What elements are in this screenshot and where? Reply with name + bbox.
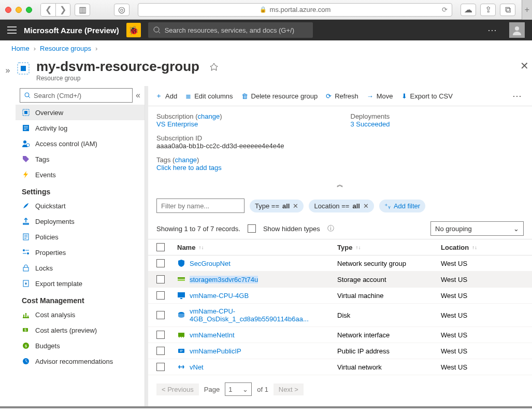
sidebar-item-cost-analysis[interactable]: Cost analysis <box>16 307 145 322</box>
row-checkbox[interactable] <box>156 275 165 283</box>
sidebar-item-label: Activity log <box>35 124 67 132</box>
resource-location: West US <box>441 260 524 267</box>
sidebar-item-locks[interactable]: Locks <box>16 260 145 276</box>
avatar[interactable] <box>509 22 525 38</box>
hidden-types-label: Show hidden types <box>263 225 320 233</box>
breadcrumb-home[interactable]: Home <box>11 45 30 52</box>
toolbar-more-icon[interactable]: ⋯ <box>509 90 525 102</box>
row-checkbox[interactable] <box>156 291 165 300</box>
move-button[interactable]: →Move <box>367 92 393 100</box>
sidebar-item-overview[interactable]: Overview <box>16 105 145 120</box>
filter-type-pill[interactable]: Type == all ✕ <box>250 200 304 212</box>
sidebar-item-policies[interactable]: Policies <box>16 229 145 245</box>
close-window[interactable] <box>5 7 11 13</box>
tags-add-link[interactable]: Click here to add tags <box>156 164 330 172</box>
sidebar-item-deployments[interactable]: Deployments <box>16 214 145 229</box>
col-name[interactable]: Name↑↓ <box>177 244 337 251</box>
page-select[interactable]: 1 ⌄ <box>225 382 252 396</box>
col-type[interactable]: Type↑↓ <box>337 244 441 251</box>
select-all-checkbox[interactable] <box>156 243 165 251</box>
refresh-button[interactable]: ⟳Refresh <box>326 92 358 100</box>
reload-icon[interactable]: ⟳ <box>442 6 448 13</box>
subscription-link[interactable]: VS Enterprise <box>156 120 330 128</box>
table-row: vmName-CPU-4GBVirtual machineWest US <box>148 288 532 304</box>
row-checkbox[interactable] <box>156 363 165 371</box>
resource-link[interactable]: vNet <box>177 363 337 371</box>
forward-button[interactable]: ❯ <box>55 4 70 16</box>
filter-location-pill[interactable]: Location == all ✕ <box>309 200 373 212</box>
sidebar: Search (Cmd+/) « OverviewActivity logAcc… <box>16 86 145 406</box>
sidebar-item-label: Cost alerts (preview) <box>35 326 97 334</box>
person-icon <box>22 139 30 148</box>
back-button[interactable]: ❮ <box>41 4 55 16</box>
edit-columns-button[interactable]: ≣Edit columns <box>185 92 233 100</box>
filter-name-input[interactable] <box>156 198 245 213</box>
col-location[interactable]: Location↑↓ <box>441 244 524 251</box>
global-search[interactable]: Search resources, services, and docs (G+… <box>148 22 313 38</box>
table-row: vNetVirtual networkWest US <box>148 359 532 375</box>
expand-handle-icon[interactable]: » <box>0 56 16 406</box>
resource-link[interactable]: vmName-CPU-4GB_OsDisk_1_cd8a9b5590114b6a… <box>177 307 337 323</box>
prev-page-button[interactable]: < Previous <box>156 383 199 395</box>
export-button[interactable]: ⬇Export to CSV <box>401 92 453 100</box>
collapse-icon[interactable]: « <box>136 91 140 100</box>
maximize-window[interactable] <box>26 7 32 13</box>
clear-filter-icon[interactable]: ✕ <box>363 202 369 210</box>
sidebar-item-access-control-iam-[interactable]: Access control (IAM) <box>16 136 145 151</box>
breadcrumb-resource-groups[interactable]: Resource groups <box>40 45 91 52</box>
row-checkbox[interactable] <box>156 347 165 355</box>
share-button[interactable]: ⇪ <box>480 4 496 16</box>
resource-link[interactable]: storagem3sdvr6c7t74u <box>177 275 337 283</box>
new-tab-button[interactable]: + <box>522 0 532 20</box>
add-filter-button[interactable]: ⁺ᵧ Add filter <box>379 200 425 212</box>
pin-icon[interactable] <box>210 63 218 71</box>
info-icon[interactable]: ⓘ <box>327 224 334 233</box>
resource-link[interactable]: SecGroupNet <box>177 259 337 267</box>
clear-filter-icon[interactable]: ✕ <box>293 202 298 210</box>
tags-change-link[interactable]: change <box>175 156 197 164</box>
deployments-link[interactable]: 3 Succeeded <box>351 120 524 128</box>
grouping-select[interactable]: No grouping ⌄ <box>430 221 524 236</box>
sidebar-item-events[interactable]: Events <box>16 167 145 182</box>
add-button[interactable]: ＋Add <box>155 91 177 101</box>
resource-link[interactable]: vmNameNetInt <box>177 331 337 339</box>
sidebar-item-properties[interactable]: Properties <box>16 245 145 260</box>
reader-button[interactable]: ◎ <box>114 4 130 16</box>
subscription-change-link[interactable]: change <box>198 112 220 120</box>
tabs-button[interactable]: ⧉ <box>500 4 515 16</box>
sidebar-search[interactable]: Search (Cmd+/) <box>20 88 133 103</box>
row-checkbox[interactable] <box>156 311 165 319</box>
sidebar-item-quickstart[interactable]: Quickstart <box>16 198 145 214</box>
close-icon[interactable]: ✕ <box>520 60 529 72</box>
resource-link[interactable]: IPvmNamePublicIP <box>177 347 337 355</box>
cloud-button[interactable]: ☁ <box>461 4 476 16</box>
next-page-button[interactable]: Next > <box>274 383 304 395</box>
policy-icon <box>22 233 30 241</box>
sidebar-item-activity-log[interactable]: Activity log <box>16 120 145 136</box>
sidebar-item-budgets[interactable]: $Budgets <box>16 338 145 353</box>
brand-label: Microsoft Azure (Preview) <box>24 26 119 35</box>
preview-badge-icon[interactable]: 🐞 <box>126 23 141 37</box>
minimize-window[interactable] <box>16 7 22 13</box>
sidebar-item-export-template[interactable]: Export template <box>16 276 145 291</box>
essentials-collapse-icon[interactable]: ︽ <box>156 178 524 191</box>
menu-icon[interactable] <box>7 26 17 34</box>
resource-location: West US <box>441 347 524 355</box>
resource-link[interactable]: vmName-CPU-4GB <box>177 291 337 300</box>
lock-icon: 🔒 <box>260 6 267 13</box>
topbar-more-icon[interactable]: ⋯ <box>482 24 502 36</box>
sidebar-item-cost-alerts-preview-[interactable]: $Cost alerts (preview) <box>16 322 145 338</box>
sidebar-item-tags[interactable]: Tags <box>16 151 145 167</box>
storage-icon <box>177 275 185 283</box>
row-checkbox[interactable] <box>156 259 165 267</box>
sidebar-toggle[interactable]: ▥ <box>75 4 90 16</box>
global-search-placeholder: Search resources, services, and docs (G+… <box>165 26 294 34</box>
sidebar-item-advisor-recommendations[interactable]: Advisor recommendations <box>16 353 145 369</box>
hidden-types-checkbox[interactable] <box>248 224 256 233</box>
subscription-label: Subscription <box>156 112 194 120</box>
url-bar[interactable]: 🔒 ms.portal.azure.com ⟳ <box>138 3 452 17</box>
ip-icon: IP <box>177 347 185 355</box>
delete-button[interactable]: 🗑Delete resource group <box>241 92 318 100</box>
row-checkbox[interactable] <box>156 331 165 339</box>
resource-location: West US <box>441 292 524 300</box>
